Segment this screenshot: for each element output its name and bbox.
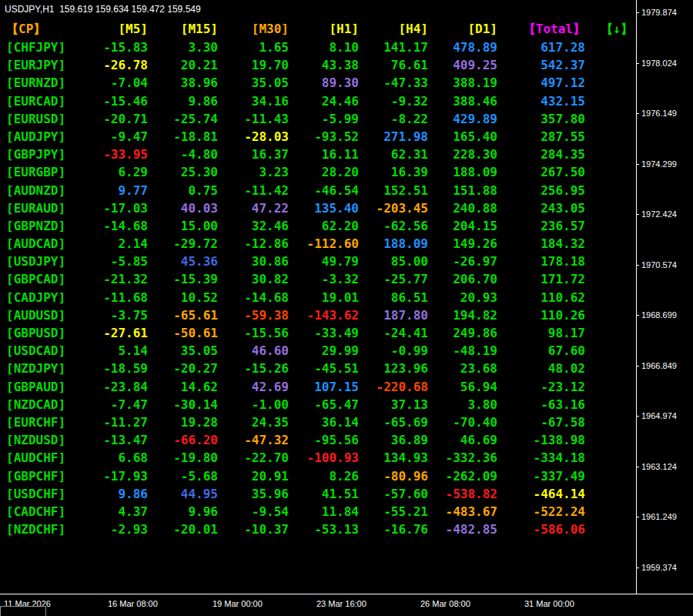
cell-chfjpy-m5: -15.83: [77, 38, 148, 56]
cell-gbpcad-total: 171.72: [497, 270, 585, 288]
cell-gbpnzd-m5: -14.68: [77, 217, 148, 235]
pair-row-audusd: [AUDUSD]-3.75-65.61-59.38-143.62187.8019…: [0, 306, 636, 324]
pair-row-gbpchf: [GBPCHF]-17.93-5.6820.918.26-80.96-262.0…: [0, 467, 636, 485]
pair-row-audchf: [AUDCHF]6.68-19.80-22.70-100.93134.93-33…: [0, 449, 636, 467]
pair-label-gbpcad: [GBPCAD]: [0, 270, 77, 288]
pair-label-gbpaud: [GBPAUD]: [0, 378, 77, 396]
cell-eurjpy-m5: -26.78: [77, 56, 148, 74]
pair-label-eurcad: [EURCAD]: [0, 92, 77, 110]
cell-gbpcad-d1: 206.70: [428, 270, 497, 288]
pair-row-eurjpy: [EURJPY]-26.7820.2119.7043.3876.61409.25…: [0, 56, 636, 74]
cell-usdchf-m15: 44.95: [148, 485, 218, 503]
cell-eurnzd-d1: 388.19: [428, 74, 497, 92]
cell-gbpaud-m30: 42.69: [218, 378, 289, 396]
cell-eurcad-d1: 388.46: [428, 92, 497, 110]
cell-cadjpy-m15: 10.52: [148, 289, 218, 306]
column-header-m30[interactable]: [M30]: [218, 19, 289, 38]
cell-nzdchf-m15: -20.01: [148, 521, 218, 538]
column-header-h1[interactable]: [H1]: [289, 19, 359, 38]
cell-nzdchf-h1: -53.13: [289, 521, 359, 538]
column-header-h4[interactable]: [H4]: [359, 19, 428, 38]
pair-label-nzdjpy: [NZDJPY]: [0, 360, 77, 377]
pair-label-audjpy: [AUDJPY]: [0, 128, 77, 146]
price-tick: [636, 567, 639, 568]
cell-audcad-m30: -12.86: [218, 235, 289, 253]
cell-gbpusd-h4: -24.41: [359, 324, 428, 342]
cell-nzdjpy-h1: -45.51: [289, 360, 359, 377]
price-tick: [636, 214, 639, 215]
cell-usdjpy-m5: -5.85: [77, 253, 148, 270]
quick-nav-box[interactable]: [0, 606, 46, 616]
cell-gbpcad-h1: -3.32: [289, 270, 359, 288]
cell-gbpaud-m5: -23.84: [77, 378, 148, 396]
sort-direction-button[interactable]: 【↓】: [585, 19, 633, 38]
price-tick: [636, 113, 639, 114]
cell-eurchf-m30: 24.35: [218, 413, 289, 431]
cell-gbpnzd-h4: -62.56: [359, 217, 428, 235]
column-header-cp[interactable]: 【CP】: [0, 19, 77, 38]
pair-row-audjpy: [AUDJPY]-9.47-18.81-28.03-93.52271.98165…: [0, 128, 636, 146]
cell-eurnzd-h1: 89.30: [289, 74, 359, 92]
cell-audjpy-total: 287.55: [497, 128, 585, 146]
pair-row-gbpaud: [GBPAUD]-23.8414.6242.69107.15-220.6856.…: [0, 378, 636, 396]
cell-nzdchf-total: -586.06: [497, 521, 585, 538]
cell-gbpjpy-h4: 62.31: [359, 146, 428, 163]
price-axis[interactable]: 1979.8741978.0241976.1491974.2991972.424…: [637, 0, 693, 594]
price-label: 1968.699: [641, 310, 677, 320]
cell-eurcad-m30: 34.16: [218, 92, 289, 110]
cell-audusd-m5: -3.75: [77, 306, 148, 324]
cell-cadchf-total: -522.24: [497, 503, 585, 521]
pair-row-nzdcad: [NZDCAD]-7.47-30.14-1.00-65.4737.133.80-…: [0, 396, 636, 413]
cell-chfjpy-h1: 8.10: [289, 38, 359, 56]
cell-eurnzd-h4: -47.33: [359, 74, 428, 92]
pair-label-eurjpy: [EURJPY]: [0, 56, 77, 74]
column-header-m5[interactable]: [M5]: [77, 19, 148, 38]
cell-nzdcad-m30: -1.00: [218, 396, 289, 413]
cell-usdjpy-h4: 85.00: [359, 253, 428, 270]
column-header-m15[interactable]: [M15]: [148, 19, 218, 38]
price-tick: [636, 366, 639, 367]
cell-audjpy-h4: 271.98: [359, 128, 428, 146]
pair-row-chfjpy: [CHFJPY]-15.833.301.658.10141.17478.8961…: [0, 38, 636, 56]
cell-gbpjpy-total: 284.35: [497, 146, 585, 163]
cell-eurjpy-m30: 19.70: [218, 56, 289, 74]
cell-eurjpy-h4: 76.61: [359, 56, 428, 74]
cell-eurjpy-m15: 20.21: [148, 56, 218, 74]
cell-cadchf-h4: -55.21: [359, 503, 428, 521]
price-label: 1964.974: [641, 411, 677, 420]
pair-label-cadchf: [CADCHF]: [0, 503, 77, 521]
pair-row-cadjpy: [CADJPY]-11.6810.52-14.6819.0186.5120.93…: [0, 289, 636, 306]
cell-cadjpy-m5: -11.68: [77, 289, 148, 306]
cell-nzdcad-total: -63.16: [497, 396, 585, 413]
chart-area[interactable]: USDJPY,H1 159.619 159.634 159.472 159.54…: [0, 0, 636, 594]
price-tick: [636, 517, 639, 517]
cell-audchf-m15: -19.80: [148, 449, 218, 467]
pair-label-gbpnzd: [GBPNZD]: [0, 217, 77, 235]
pair-label-usdjpy: [USDJPY]: [0, 253, 77, 270]
pair-label-gbpusd: [GBPUSD]: [0, 324, 77, 342]
cell-chfjpy-d1: 478.89: [428, 38, 497, 56]
cell-usdcad-total: 67.60: [497, 342, 585, 360]
cell-usdcad-h4: -0.99: [359, 342, 428, 360]
cell-audcad-h4: 188.09: [359, 235, 428, 253]
cell-audusd-d1: 194.82: [428, 306, 497, 324]
chart-symbol-ohlc: USDJPY,H1 159.619 159.634 159.472 159.54…: [5, 4, 201, 15]
cell-eurchf-m5: -11.27: [77, 413, 148, 431]
cell-eurchf-m15: 19.28: [148, 413, 218, 431]
cell-gbpusd-m5: -27.61: [77, 324, 148, 342]
column-header-total[interactable]: 【Total】: [497, 19, 585, 38]
column-header-d1[interactable]: [D1]: [428, 19, 497, 38]
pair-row-gbpusd: [GBPUSD]-27.61-50.61-15.56-33.49-24.4124…: [0, 324, 636, 342]
pair-label-audchf: [AUDCHF]: [0, 449, 77, 467]
cell-eurjpy-h1: 43.38: [289, 56, 359, 74]
cell-audjpy-h1: -93.52: [289, 128, 359, 146]
cell-nzdcad-h1: -65.47: [289, 396, 359, 413]
cell-audcad-m5: 2.14: [77, 235, 148, 253]
price-tick: [636, 467, 639, 467]
cell-nzdjpy-d1: 23.68: [428, 360, 497, 377]
time-axis[interactable]: 11 Mar 202616 Mar 08:0019 Mar 00:0023 Ma…: [0, 594, 693, 616]
cell-eurnzd-m15: 38.96: [148, 74, 218, 92]
cell-usdchf-d1: -538.82: [428, 485, 497, 503]
cell-gbpchf-h4: -80.96: [359, 467, 428, 485]
table-body: [CHFJPY]-15.833.301.658.10141.17478.8961…: [0, 38, 636, 538]
